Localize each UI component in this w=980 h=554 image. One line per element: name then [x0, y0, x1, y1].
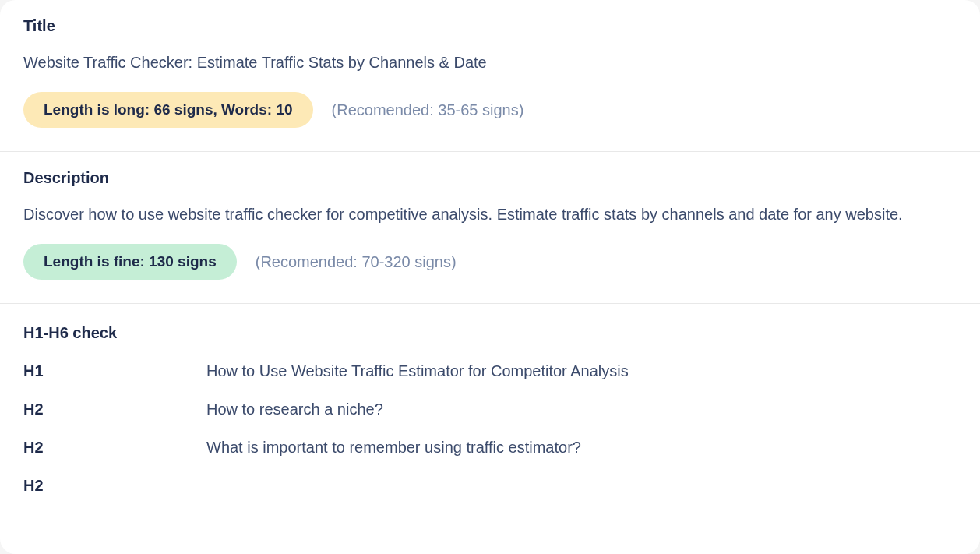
description-length-badge: Length is fine: 130 signs	[23, 244, 237, 280]
description-heading: Description	[23, 169, 957, 187]
description-badge-row: Length is fine: 130 signs (Recomended: 7…	[23, 244, 957, 280]
headings-heading: H1-H6 check	[23, 324, 957, 342]
heading-row: H2	[23, 477, 957, 495]
heading-level: H2	[23, 477, 206, 495]
heading-level: H1	[23, 362, 206, 380]
title-heading: Title	[23, 17, 957, 35]
heading-level: H2	[23, 439, 206, 457]
seo-meta-card: Title Website Traffic Checker: Estimate …	[0, 0, 980, 554]
description-section: Description Discover how to use website …	[0, 152, 980, 304]
headings-list: H1 How to Use Website Traffic Estimator …	[23, 362, 957, 495]
heading-row: H2 What is important to remember using t…	[23, 439, 957, 457]
title-length-badge: Length is long: 66 signs, Words: 10	[23, 92, 313, 128]
heading-row: H2 How to research a niche?	[23, 401, 957, 418]
description-recommended: (Recomended: 70-320 signs)	[256, 253, 457, 271]
title-recommended: (Recomended: 35-65 signs)	[332, 101, 524, 119]
heading-text: What is important to remember using traf…	[206, 439, 581, 457]
heading-text: How to Use Website Traffic Estimator for…	[206, 362, 629, 380]
title-badge-row: Length is long: 66 signs, Words: 10 (Rec…	[23, 92, 957, 128]
title-text: Website Traffic Checker: Estimate Traffi…	[23, 51, 957, 75]
headings-section: H1-H6 check H1 How to Use Website Traffi…	[0, 304, 980, 495]
heading-row: H1 How to Use Website Traffic Estimator …	[23, 362, 957, 380]
heading-level: H2	[23, 401, 206, 418]
description-text: Discover how to use website traffic chec…	[23, 203, 957, 227]
title-section: Title Website Traffic Checker: Estimate …	[0, 0, 980, 152]
heading-text: How to research a niche?	[206, 401, 383, 418]
